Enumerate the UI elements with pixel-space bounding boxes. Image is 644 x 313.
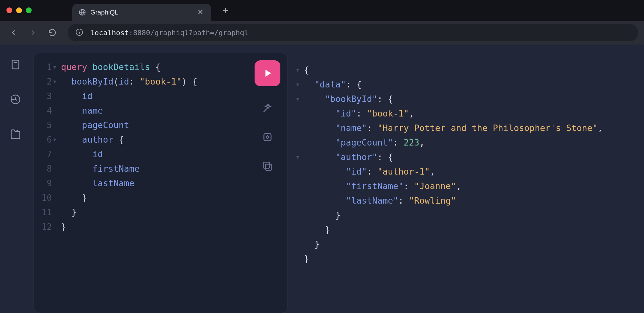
reload-button[interactable]: [44, 24, 61, 41]
code-content: "id": "book-1",: [304, 106, 603, 121]
fold-toggle-icon: [296, 208, 304, 222]
line-number: 11: [38, 205, 53, 219]
code-line: 2▾ bookById(id: "book-1") {: [38, 74, 197, 89]
code-line: ▾ "data": {: [296, 77, 603, 92]
line-number: 2: [38, 74, 53, 89]
close-window-button[interactable]: [6, 7, 12, 13]
line-number: 12: [38, 219, 53, 234]
graphiql-sidebar: [0, 45, 31, 313]
fold-toggle-icon: [53, 147, 61, 161]
code-line: "name": "Harry Potter and the Philosophe…: [296, 121, 603, 135]
svg-rect-3: [264, 134, 271, 141]
code-content: }: [304, 237, 603, 251]
line-number: 5: [38, 118, 53, 132]
browser-tab[interactable]: GraphiQL ✕: [72, 4, 211, 21]
new-tab-button[interactable]: +: [217, 5, 234, 16]
line-number: 6: [38, 132, 53, 147]
run-query-button[interactable]: [255, 60, 280, 86]
code-content: query bookDetails {: [61, 60, 197, 74]
add-tab-button[interactable]: [8, 127, 23, 141]
svg-rect-2: [12, 60, 19, 69]
globe-icon: [79, 9, 86, 16]
fold-toggle-icon: [53, 118, 61, 132]
code-content: "firstName": "Joanne",: [304, 179, 603, 193]
traffic-lights: [6, 7, 32, 13]
line-number: 1: [38, 60, 53, 74]
fold-toggle-icon: [296, 121, 304, 135]
svg-rect-4: [266, 164, 272, 170]
code-content: {: [304, 63, 603, 77]
code-content: id: [61, 89, 197, 103]
prettify-button[interactable]: [260, 101, 275, 115]
fold-toggle-icon[interactable]: ▾: [296, 77, 304, 92]
code-content: "lastName": "Rowling": [304, 193, 603, 208]
code-content: "pageCount": 223,: [304, 135, 603, 150]
code-line: 7 id: [38, 147, 197, 161]
fold-toggle-icon[interactable]: ▾: [53, 60, 61, 74]
copy-query-button[interactable]: [260, 159, 275, 173]
close-tab-icon[interactable]: ✕: [197, 8, 203, 16]
maximize-window-button[interactable]: [26, 7, 32, 13]
fold-toggle-icon: [296, 237, 304, 251]
line-number: 9: [38, 176, 53, 190]
code-line: ▾ "author": {: [296, 150, 603, 164]
line-number: 4: [38, 103, 53, 118]
url-text: localhost:8080/graphiql?path=/graphql: [90, 29, 248, 37]
back-button[interactable]: [5, 24, 22, 41]
code-content: name: [61, 103, 197, 118]
line-number: 3: [38, 89, 53, 103]
code-line: 3 id: [38, 89, 197, 103]
address-bar[interactable]: localhost:8080/graphiql?path=/graphql: [68, 24, 638, 41]
query-editor[interactable]: 1▾query bookDetails {2▾ bookById(id: "bo…: [34, 53, 288, 313]
fold-toggle-icon: [53, 89, 61, 103]
fold-toggle-icon: [53, 103, 61, 118]
result-viewer[interactable]: ▾{▾ "data": {▾ "bookById": { "id": "book…: [288, 53, 644, 313]
code-content: firstName: [61, 161, 197, 176]
code-content: pageCount: [61, 118, 197, 132]
fold-toggle-icon: [296, 222, 304, 237]
fold-toggle-icon[interactable]: ▾: [53, 132, 61, 147]
code-line: "id": "author-1",: [296, 164, 603, 179]
code-line: }: [296, 237, 603, 251]
merge-queries-button[interactable]: [260, 130, 275, 144]
minimize-window-button[interactable]: [16, 7, 22, 13]
site-info-icon[interactable]: [75, 28, 84, 37]
code-line: 10 }: [38, 190, 197, 205]
code-line: "lastName": "Rowling": [296, 193, 603, 208]
code-content: }: [304, 208, 603, 222]
code-content: }: [61, 205, 197, 219]
fold-toggle-icon[interactable]: ▾: [53, 74, 61, 89]
code-line: 4 name: [38, 103, 197, 118]
fold-toggle-icon: [296, 106, 304, 121]
forward-button[interactable]: [25, 24, 41, 41]
fold-toggle-icon[interactable]: ▾: [296, 92, 304, 106]
code-line: 9 lastName: [38, 176, 197, 190]
code-content: "bookById": {: [304, 92, 603, 106]
code-line: 5 pageCount: [38, 118, 197, 132]
fold-toggle-icon[interactable]: ▾: [296, 63, 304, 77]
code-line: }: [296, 208, 603, 222]
code-line: 6▾ author {: [38, 132, 197, 147]
code-content: "id": "author-1",: [304, 164, 603, 179]
fold-toggle-icon: [296, 193, 304, 208]
fold-toggle-icon: [296, 164, 304, 179]
code-line: ▾{: [296, 63, 603, 77]
history-button[interactable]: [8, 92, 23, 106]
fold-toggle-icon: [296, 179, 304, 193]
svg-rect-5: [263, 162, 269, 168]
fold-toggle-icon[interactable]: ▾: [296, 150, 304, 164]
code-content: }: [61, 219, 197, 234]
line-number: 7: [38, 147, 53, 161]
code-line: ▾ "bookById": {: [296, 92, 603, 106]
fold-toggle-icon: [53, 219, 61, 234]
code-content: lastName: [61, 176, 197, 190]
docs-explorer-button[interactable]: [8, 57, 23, 72]
fold-toggle-icon: [53, 161, 61, 176]
tab-title: GraphiQL: [90, 9, 118, 16]
line-number: 10: [38, 190, 53, 205]
code-content: }: [304, 251, 603, 266]
code-line: 12}: [38, 219, 197, 234]
fold-toggle-icon: [53, 205, 61, 219]
code-content: author {: [61, 132, 197, 147]
code-content: "data": {: [304, 77, 603, 92]
